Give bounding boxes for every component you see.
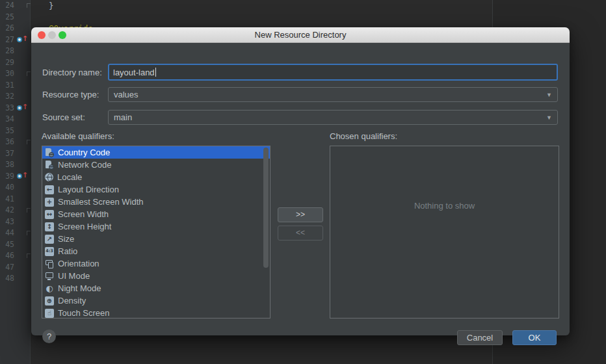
qualifier-label: UI Mode <box>58 271 90 281</box>
source-set-select[interactable]: main ▼ <box>108 110 558 125</box>
qualifier-list-item[interactable]: Country Code <box>42 146 270 159</box>
qualifier-list-item[interactable]: Smallest Screen Width <box>42 196 270 208</box>
line-number: 43 <box>0 216 14 228</box>
qualifier-label: Screen Width <box>58 209 109 219</box>
line-number: 28 <box>0 46 14 57</box>
qualifier-label: Size <box>58 234 74 244</box>
resource-type-value: values <box>114 90 138 99</box>
resource-type-label: Resource type: <box>42 90 99 99</box>
cancel-button[interactable]: Cancel <box>457 330 503 345</box>
line-number: 36 <box>0 136 14 148</box>
line-number: 27 <box>0 34 14 46</box>
directory-name-value: layout-land <box>113 68 155 77</box>
qualifier-label: Touch Screen <box>58 308 110 318</box>
fold-marker-icon[interactable] <box>27 140 31 144</box>
fold-marker-icon[interactable] <box>27 208 31 213</box>
line-number: 46 <box>0 250 14 262</box>
text-caret <box>155 68 156 77</box>
smallest-screen-width-icon <box>45 198 54 207</box>
remove-qualifier-button[interactable]: << <box>278 226 323 240</box>
line-number: 24 <box>0 0 14 12</box>
add-qualifier-button[interactable]: >> <box>278 207 323 222</box>
override-marker-icon[interactable]: ↑ <box>17 173 27 181</box>
line-number: 37 <box>0 148 14 160</box>
line-number: 41 <box>0 194 14 205</box>
locale-icon <box>45 173 53 181</box>
size-icon <box>45 235 54 244</box>
line-number: 34 <box>0 114 14 125</box>
qualifier-list-item[interactable]: Ratio <box>42 245 270 257</box>
line-number: 26 <box>0 23 14 34</box>
chosen-qualifiers-label: Chosen qualifiers: <box>330 131 397 141</box>
source-set-label: Source set: <box>42 112 85 122</box>
ok-button[interactable]: OK <box>512 330 557 345</box>
qualifier-label: Network Code <box>58 160 111 170</box>
fold-marker-icon[interactable] <box>27 254 31 258</box>
orientation-icon <box>45 259 54 268</box>
line-number: 45 <box>0 239 14 251</box>
dialog-title: New Resource Directory <box>31 27 570 43</box>
line-number: 33 <box>0 103 14 114</box>
qualifier-list-item[interactable]: Screen Height <box>42 220 270 233</box>
dialog-titlebar[interactable]: New Resource Directory <box>31 27 570 43</box>
line-number: 40 <box>0 182 14 194</box>
qualifier-label: Screen Height <box>58 222 111 231</box>
available-qualifiers-list[interactable]: Country CodeNetwork CodeLocaleLayout Dir… <box>42 146 270 318</box>
screen-height-icon <box>45 222 54 231</box>
override-marker-icon[interactable]: ↑ <box>17 105 27 112</box>
list-scrollbar[interactable] <box>263 148 269 268</box>
directory-name-input[interactable]: layout-land <box>108 64 558 81</box>
qualifier-list-item[interactable]: Network Code <box>42 159 270 171</box>
qualifier-list-item[interactable]: Orientation <box>42 257 270 270</box>
override-marker-icon[interactable]: ↑ <box>17 36 27 44</box>
line-number: 39 <box>0 171 14 183</box>
line-number: 31 <box>0 80 14 92</box>
help-button[interactable]: ? <box>42 330 56 343</box>
qualifier-list-item[interactable]: Screen Width <box>42 208 270 220</box>
available-qualifiers-label: Available qualifiers: <box>42 131 114 141</box>
qualifier-list-item[interactable]: Density <box>42 294 270 307</box>
qualifier-list-item[interactable]: Size <box>42 233 270 245</box>
line-number: 38 <box>0 159 14 171</box>
chevron-down-icon: ▼ <box>546 92 552 98</box>
network-code-icon <box>45 161 54 170</box>
qualifier-label: Layout Direction <box>58 185 119 194</box>
country-code-icon <box>45 148 54 157</box>
resource-type-select[interactable]: values ▼ <box>108 87 558 102</box>
qualifier-list-item[interactable]: Layout Direction <box>42 183 270 196</box>
fold-marker-icon[interactable] <box>27 3 31 8</box>
qualifier-list-item[interactable]: Locale <box>42 171 270 183</box>
chevron-down-icon: ▼ <box>546 114 552 121</box>
line-number: 47 <box>0 262 14 274</box>
night-mode-icon <box>45 284 54 293</box>
ui-mode-icon <box>45 272 54 281</box>
line-number: 35 <box>0 125 14 137</box>
line-number: 44 <box>0 228 14 239</box>
line-number: 30 <box>0 68 14 80</box>
screen-width-icon <box>45 210 54 219</box>
code-line: } <box>49 0 54 12</box>
line-number: 48 <box>0 273 14 285</box>
source-set-value: main <box>114 112 132 122</box>
qualifier-label: Ratio <box>58 246 77 256</box>
line-number: 25 <box>0 12 14 23</box>
qualifier-label: Density <box>58 296 86 306</box>
line-number: 42 <box>0 205 14 216</box>
qualifier-label: Locale <box>57 172 82 182</box>
editor-gutter: 2425262728293031323334353637383940414243… <box>0 0 31 364</box>
chosen-qualifiers-panel: Nothing to show <box>330 146 559 318</box>
ratio-icon <box>45 247 54 256</box>
touch-screen-icon <box>45 309 54 318</box>
nothing-to-show-text: Nothing to show <box>330 201 559 211</box>
layout-direction-icon <box>45 185 54 194</box>
new-resource-directory-dialog: New Resource Directory Directory name: l… <box>31 27 570 335</box>
fold-marker-icon[interactable] <box>27 231 31 235</box>
qualifier-list-item[interactable]: UI Mode <box>42 270 270 282</box>
qualifier-list-item[interactable]: Touch Screen <box>42 307 270 318</box>
qualifier-label: Smallest Screen Width <box>58 197 144 207</box>
line-number: 32 <box>0 91 14 103</box>
line-number: 29 <box>0 57 14 69</box>
directory-name-label: Directory name: <box>42 68 102 77</box>
qualifier-list-item[interactable]: Night Mode <box>42 282 270 294</box>
fold-marker-icon[interactable] <box>27 72 31 76</box>
